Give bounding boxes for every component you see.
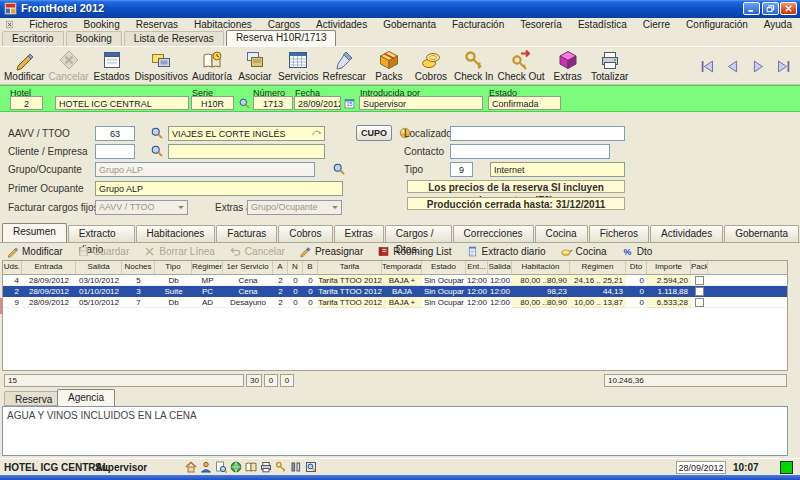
section-tab-extracto-diario[interactable]: Extracto diario (68, 225, 135, 242)
section-tab-cobros[interactable]: Cobros (278, 225, 332, 242)
tab-reserva[interactable]: Reserva (4, 391, 63, 406)
localizador-field[interactable] (450, 126, 625, 141)
grid-row[interactable]: 428/09/201203/10/20125DbMPCena200Tarifa … (3, 275, 787, 286)
aavv-code-field[interactable]: 63 (95, 126, 135, 141)
toolbar-button-extras[interactable]: Extras (547, 48, 589, 83)
agency-notes-field[interactable]: AGUA Y VINOS INCLUIDOS EN LA CENA (2, 406, 788, 456)
grid-column-header-n[interactable]: N (288, 261, 303, 274)
doc-tab-lista-de-reservas[interactable]: Lista de Reservas (124, 31, 224, 46)
aavv-name-field[interactable]: VIAJES EL CORTE INGLÉS (168, 126, 325, 141)
columns-icon[interactable] (290, 461, 302, 473)
grupo-search-icon[interactable] (332, 162, 346, 176)
globe-icon[interactable] (230, 461, 242, 473)
grid-row[interactable]: 928/09/201205/10/20127DbADDesayuno200Tar… (3, 297, 787, 308)
section-tab-actividades[interactable]: Actividades (650, 225, 723, 242)
fecha-field[interactable]: 28/09/2012 (294, 96, 341, 110)
grid-column-header-temporada[interactable]: Temporada (382, 261, 422, 274)
menu-item-cierre[interactable]: Cierre (635, 18, 678, 31)
zoom-icon[interactable] (305, 461, 317, 473)
close-button[interactable] (780, 2, 797, 15)
toolbar-button-totalizar[interactable]: Totalizar (589, 48, 631, 83)
grid-column-header-salida[interactable]: Salida (76, 261, 122, 274)
doc-tab-escritorio[interactable]: Escritorio (2, 31, 64, 46)
menu-item-reservas[interactable]: Reservas (128, 18, 186, 31)
grid-column-header-dto[interactable]: Dto (626, 261, 647, 274)
next-record-button[interactable] (749, 59, 767, 74)
tipo-code-field[interactable]: 9 (450, 162, 473, 177)
toolbar-button-packs[interactable]: Packs (368, 48, 410, 83)
doc-tab-reserva-h10r-1713[interactable]: Reserva H10R/1713 (226, 30, 337, 46)
line-toolbar-button-borrar-l-nea[interactable]: Borrar Línea (143, 245, 215, 258)
section-tab-habitaciones[interactable]: Habitaciones (136, 225, 216, 242)
serie-field[interactable]: H10R (191, 96, 234, 110)
cliente-search-icon[interactable] (150, 144, 164, 158)
grid-column-header-uds[interactable]: Uds. (3, 261, 22, 274)
line-toolbar-button-cancelar[interactable]: Cancelar (229, 245, 285, 258)
pack-checkbox[interactable] (695, 298, 704, 307)
estado-field[interactable]: Confirmada (488, 96, 561, 110)
section-tab-cargos-dtos[interactable]: Cargos / Dtos. (385, 225, 452, 242)
first-record-button[interactable] (699, 59, 717, 74)
key-icon[interactable] (275, 461, 287, 473)
aavv-search-icon[interactable] (150, 126, 164, 140)
line-toolbar-button-dto[interactable]: %Dto (621, 245, 653, 258)
pack-checkbox[interactable] (695, 276, 704, 285)
toolbar-button-dispositivos[interactable]: Dispositivos (133, 48, 190, 83)
grid-column-header-pack[interactable]: Pack (691, 261, 708, 274)
title-bar[interactable]: FrontHotel 2012 (0, 0, 800, 18)
hotel-name-field[interactable]: HOTEL ICG CENTRAL (55, 96, 189, 110)
line-toolbar-button-modificar[interactable]: Modificar (6, 245, 63, 258)
home-icon[interactable] (185, 461, 197, 473)
section-tab-gobernanta[interactable]: Gobernanta (724, 225, 799, 242)
minimize-button[interactable] (743, 2, 760, 15)
primer-ocupante-field[interactable]: Grupo ALP (95, 181, 343, 196)
cliente-name-field[interactable] (168, 144, 325, 159)
toolbar-button-asociar[interactable]: Asociar (234, 48, 276, 83)
tab-agencia[interactable]: Agencia (57, 389, 115, 406)
toolbar-button-cancelar[interactable]: Cancelar (47, 48, 91, 83)
contacto-field[interactable] (450, 144, 610, 159)
grid-column-header-tipo[interactable]: Tipo (155, 261, 192, 274)
book-icon[interactable] (245, 461, 257, 473)
section-tab-resumen[interactable]: Resumen (2, 223, 67, 242)
child-window-close-icon[interactable] (6, 19, 13, 30)
toolbar-button-auditor-a[interactable]: Auditoría (190, 48, 234, 83)
line-toolbar-button-guardar[interactable]: Guardar (77, 245, 130, 258)
line-toolbar-button-preasignar[interactable]: Preasignar (299, 245, 363, 258)
pack-checkbox[interactable] (695, 287, 704, 296)
printer-icon[interactable] (260, 461, 272, 473)
grid-column-header-tarifa[interactable]: Tarifa (318, 261, 382, 274)
calendar-icon[interactable]: 15 (343, 97, 356, 110)
last-record-button[interactable] (774, 59, 792, 74)
tipo-name-field[interactable]: Internet (490, 162, 625, 177)
introducida-por-field[interactable]: Supervisor (359, 96, 483, 110)
grid-column-header-ent[interactable]: Ent... (466, 261, 488, 274)
cupo-button[interactable]: CUPO (356, 125, 392, 141)
cliente-code-field[interactable] (95, 144, 135, 159)
search-doc-icon[interactable] (215, 461, 227, 473)
extras-a-dropdown[interactable]: Grupo/Ocupante (247, 200, 342, 215)
toolbar-button-check-in[interactable]: Check In (452, 48, 495, 83)
menu-item-ficheros[interactable]: Ficheros (21, 18, 75, 31)
menu-item-tesorer-a[interactable]: Tesorería (512, 18, 570, 31)
grid-column-header-estado[interactable]: Estado (422, 261, 466, 274)
grid-column-header-r-gimen[interactable]: Régimen (570, 261, 626, 274)
grid-row[interactable]: 228/09/201201/10/20123SuitePCCena200Tari… (3, 286, 787, 297)
grid-column-header-b[interactable]: B (303, 261, 318, 274)
grid-column-header-noches[interactable]: Noches (122, 261, 155, 274)
menu-item-facturaci-n[interactable]: Facturación (444, 18, 512, 31)
numero-field[interactable]: 1713 (253, 96, 293, 110)
grid-column-header-1er-servicio[interactable]: 1er Servicio (223, 261, 273, 274)
line-toolbar-button-cocina[interactable]: Cocina (560, 245, 607, 258)
menu-item-configuraci-n[interactable]: Configuración (678, 18, 756, 31)
previous-record-button[interactable] (724, 59, 742, 74)
serie-search-icon[interactable] (238, 97, 251, 110)
toolbar-button-check-out[interactable]: Check Out (495, 48, 546, 83)
section-tab-facturas[interactable]: Facturas (216, 225, 277, 242)
toolbar-button-refrescar[interactable]: Refrescar (321, 48, 368, 83)
line-toolbar-button-extracto-diario[interactable]: Extracto diario (466, 245, 546, 258)
facturar-dropdown[interactable]: AAVV / TTOO (95, 200, 188, 215)
line-toolbar-button-rooming-list[interactable]: Rooming List (377, 245, 451, 258)
user-icon[interactable] (200, 461, 212, 473)
hotel-code-field[interactable]: 2 (10, 96, 43, 110)
